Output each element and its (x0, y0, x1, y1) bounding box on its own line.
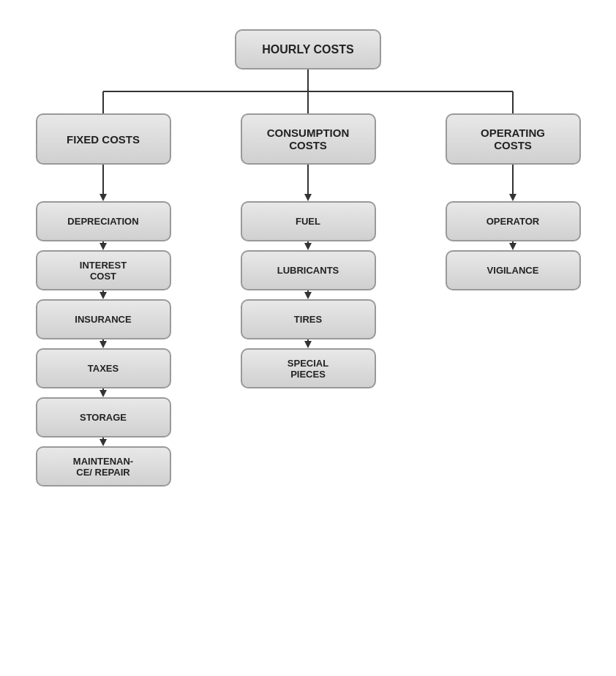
col-left: FIXED COSTS DEPRECIATIONINTEREST COSTINS… (1, 113, 206, 487)
node-leaf: TAXES (36, 348, 171, 388)
node-leaf: LUBRICANTS (241, 250, 376, 290)
fixed-costs-label: FIXED COSTS (67, 133, 140, 146)
node-leaf: FUEL (241, 201, 376, 241)
root-label: HOURLY COSTS (262, 43, 353, 56)
node-leaf: VIGILANCE (446, 250, 581, 290)
col-mid: CONSUMPTION COSTS FUELLUBRICANTSTIRESSPE… (206, 113, 410, 487)
node-leaf: MAINTENAN- CE/ REPAIR (36, 446, 171, 487)
node-leaf: STORAGE (36, 397, 171, 437)
node-leaf: OPERATOR (446, 201, 581, 241)
node-fixed-costs: FIXED COSTS (36, 113, 171, 165)
node-consumption-costs: CONSUMPTION COSTS (241, 113, 376, 165)
operating-costs-label: OPERATING COSTS (481, 127, 545, 151)
node-leaf: DEPRECIATION (36, 201, 171, 241)
node-leaf: INSURANCE (36, 299, 171, 339)
col-right: OPERATING COSTS OPERATORVIGILANCE (410, 113, 615, 487)
node-root: HOURLY COSTS (235, 29, 381, 70)
node-leaf: SPECIAL PIECES (241, 348, 376, 388)
node-leaf: TIRES (241, 299, 376, 339)
node-leaf: INTEREST COST (36, 250, 171, 290)
node-operating-costs: OPERATING COSTS (446, 113, 581, 165)
consumption-costs-label: CONSUMPTION COSTS (267, 127, 350, 151)
diagram: HOURLY COSTS FIXED COSTS DEPRECIATIONINT… (0, 15, 616, 487)
